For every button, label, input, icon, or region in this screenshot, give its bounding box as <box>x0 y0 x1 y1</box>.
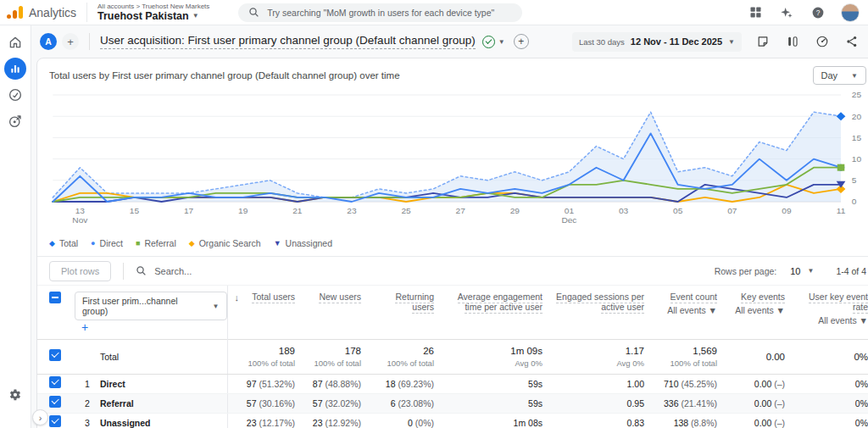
timeseries-chart: 051015202513Nov151719212325272901Dec0305… <box>37 86 868 236</box>
metric-cell: 0.00 (–) <box>727 394 795 414</box>
apps-grid-icon[interactable] <box>747 4 764 21</box>
metric-cell: 57 (32.02%) <box>305 394 371 414</box>
gauge-icon[interactable] <box>814 33 831 50</box>
svg-text:01: 01 <box>565 206 574 215</box>
plot-rows-button[interactable]: Plot rows <box>49 261 111 281</box>
column-header-total-users[interactable]: ↓Total users <box>227 286 305 340</box>
svg-text:?: ? <box>816 8 821 16</box>
diamond-marker-icon: ◆ <box>189 240 195 247</box>
nav-advertising-icon[interactable] <box>0 111 31 131</box>
metric-cell: 138 (8.8%) <box>654 414 727 428</box>
chevron-down-icon[interactable]: ▼ <box>498 38 505 46</box>
column-header-average-engagement-time-per-active-user[interactable]: Average engagement time per active user <box>444 286 553 340</box>
totals-metric: 178100% of total <box>305 340 371 375</box>
svg-text:29: 29 <box>510 206 520 215</box>
table-row-direct: 1Direct97 (51.32%)87 (48.88%)18 (69.23%)… <box>37 375 868 394</box>
global-search-input[interactable]: Try searching "MoM growth in users for e… <box>238 3 522 22</box>
chart-title: Total users by First user primary channe… <box>49 70 400 81</box>
metric-cell: 0% <box>795 375 868 394</box>
svg-text:27: 27 <box>456 206 465 215</box>
svg-text:09: 09 <box>782 206 791 215</box>
chevron-down-icon: ▼ <box>728 38 735 46</box>
report-title[interactable]: User acquisition: First user primary cha… <box>100 34 476 49</box>
nav-explore-icon[interactable] <box>0 85 31 105</box>
totals-metric: 1.17Avg 0% <box>553 340 654 375</box>
nav-reports-icon[interactable] <box>0 58 31 79</box>
admin-gear-icon[interactable] <box>8 388 23 406</box>
metric-cell: 1m 08s <box>444 414 553 428</box>
svg-text:25: 25 <box>401 206 411 215</box>
metric-cell: 87 (48.88%) <box>305 375 371 394</box>
search-placeholder: Try searching "MoM growth in users for e… <box>267 8 494 18</box>
row-checkbox[interactable] <box>49 376 61 388</box>
pagination-range: 1-4 of 4 <box>836 266 866 276</box>
svg-text:03: 03 <box>619 206 629 215</box>
metric-cell: 0.00 (–) <box>727 414 795 428</box>
svg-text:Nov: Nov <box>72 215 87 225</box>
column-header-user-key-event-rate[interactable]: User key event rateAll events ▼ <box>795 286 868 340</box>
nav-home-icon[interactable] <box>0 32 31 53</box>
column-header-engaged-sessions-per-active-user[interactable]: Engaged sessions per active user <box>553 286 654 340</box>
totals-checkbox[interactable] <box>49 349 61 361</box>
add-comparison-button[interactable]: + <box>62 33 79 50</box>
totals-metric: 189100% of total <box>227 340 305 375</box>
analytics-logo <box>7 6 23 19</box>
metric-cell: 0.00 (–) <box>727 375 795 394</box>
totals-metric: 26100% of total <box>371 340 444 375</box>
account-switcher[interactable]: All accounts > Truehost New Markets True… <box>86 3 209 22</box>
report-card: Total users by First user primary channe… <box>36 58 868 428</box>
column-header-new-users[interactable]: New users <box>305 286 371 340</box>
date-range-value: 12 Nov - 11 Dec 2025 <box>631 36 722 47</box>
legend-item-unassigned: ▼Unassigned <box>274 238 332 248</box>
svg-text:15: 15 <box>130 206 140 215</box>
date-range-picker[interactable]: Last 30 days 12 Nov - 11 Dec 2025 ▼ <box>572 32 742 52</box>
metric-cell: 710 (45.25%) <box>654 375 727 394</box>
report-header: A + User acquisition: First user primary… <box>36 25 868 58</box>
legend-item-organic-search: ◆Organic Search <box>189 238 261 248</box>
date-preset-label: Last 30 days <box>579 37 625 47</box>
column-header-event-count[interactable]: Event countAll events ▼ <box>654 286 727 340</box>
comparison-icon[interactable] <box>784 33 801 50</box>
select-all-checkbox[interactable] <box>49 292 61 303</box>
add-dimension-button[interactable]: + <box>81 320 88 334</box>
event-filter-select[interactable]: All events ▼ <box>654 305 717 315</box>
table-controls: Plot rows Search... Rows per page: 10 ▼ … <box>37 257 868 286</box>
main-content: A + User acquisition: First user primary… <box>31 25 868 428</box>
metric-cell: 18 (69.23%) <box>371 375 444 394</box>
column-header-returning-users[interactable]: Returning users <box>371 286 444 340</box>
help-icon[interactable]: ? <box>810 4 826 21</box>
chevron-down-icon: ▼ <box>807 267 814 275</box>
dimension-select[interactable]: First user prim...channel group) ▼ <box>75 292 227 320</box>
add-report-button[interactable]: + <box>514 34 529 49</box>
rows-per-page-value: 10 <box>790 266 800 276</box>
chart-legend: ◆Total●Direct■Referral◆Organic Search▼Un… <box>37 236 868 257</box>
column-header-key-events[interactable]: Key eventsAll events ▼ <box>727 286 795 340</box>
triangle-down-marker-icon: ▼ <box>274 240 281 247</box>
svg-text:21: 21 <box>292 206 302 215</box>
share-icon[interactable] <box>843 33 860 50</box>
row-checkbox[interactable] <box>49 415 61 427</box>
circle-marker-icon: ● <box>91 240 95 247</box>
notes-icon[interactable] <box>754 33 771 50</box>
chevron-down-icon: ▼ <box>851 72 858 80</box>
event-filter-select[interactable]: All events ▼ <box>727 305 785 315</box>
expand-nav-button[interactable]: › <box>32 409 48 425</box>
metric-cell: 6 (23.08%) <box>371 394 444 414</box>
row-checkbox[interactable] <box>49 396 61 408</box>
event-filter-select[interactable]: All events ▼ <box>795 315 868 325</box>
totals-metric: 0.00 <box>727 340 795 375</box>
acquisition-table: First user prim...channel group) ▼ + ↓To… <box>37 286 868 428</box>
metric-cell: 23 (12.92%) <box>305 414 371 428</box>
comparison-chip-a[interactable]: A <box>40 33 57 50</box>
granularity-select[interactable]: Day ▼ <box>813 66 866 85</box>
metric-cell: 0% <box>795 414 868 428</box>
gemini-sparkle-icon[interactable] <box>778 4 795 21</box>
rows-per-page-select[interactable]: Rows per page: 10 ▼ <box>715 266 815 276</box>
user-avatar[interactable] <box>841 3 860 22</box>
metric-cell: 0.95 <box>553 394 654 414</box>
square-marker-icon: ■ <box>136 240 140 247</box>
table-search-input[interactable]: Search... <box>136 265 714 276</box>
svg-text:07: 07 <box>727 206 737 215</box>
table-row-unassigned: 3Unassigned23 (12.17%)23 (12.92%)0 (0%)1… <box>37 414 868 428</box>
saved-check-icon[interactable] <box>482 36 495 48</box>
